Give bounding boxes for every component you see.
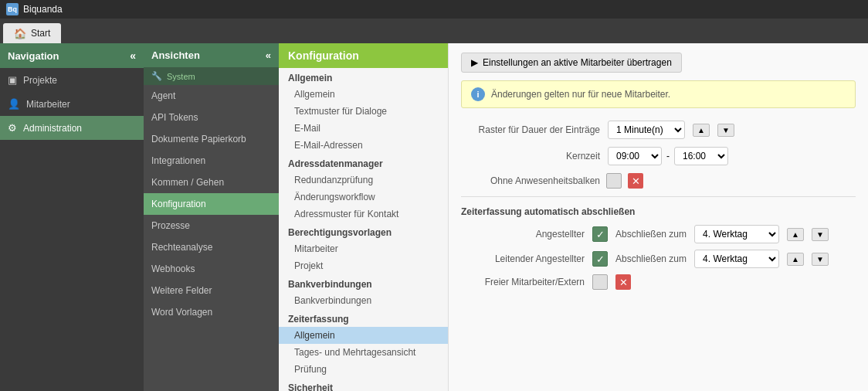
raster-spinner-up[interactable]: ▲: [693, 124, 710, 137]
views-collapse-icon[interactable]: «: [266, 49, 271, 61]
system-label: System: [167, 72, 195, 81]
angestellter-checkbox[interactable]: ✓: [592, 226, 608, 242]
freier-mitarbeiter-checkbox[interactable]: [592, 274, 608, 290]
view-item-word-vorlagen[interactable]: Word Vorlagen: [144, 301, 279, 323]
view-item-rechteanalyse[interactable]: Rechteanalyse: [144, 236, 279, 258]
kernzeit-von-select[interactable]: 09:00: [608, 147, 662, 165]
views-header: Ansichten «: [144, 43, 279, 67]
sidebar-item-administration[interactable]: ⚙ Administration: [0, 116, 144, 140]
config-item-adressmuster[interactable]: Adressmuster für Kontakt: [279, 206, 448, 223]
view-item-konfiguration[interactable]: Konfiguration: [144, 193, 279, 215]
config-item-textmuster[interactable]: Textmuster für Dialoge: [279, 103, 448, 120]
config-item-redundanzpruefung[interactable]: Redundanzprüfung: [279, 172, 448, 189]
kernzeit-label: Kernzeit: [461, 151, 600, 162]
config-group-zeiterfassung: Zeiterfassung: [279, 309, 448, 327]
config-item-mitarbeiter-berecht[interactable]: Mitarbeiter: [279, 240, 448, 257]
auto-close-section: Zeiterfassung automatisch abschließen An…: [461, 196, 856, 290]
main-layout: Navigation « ▣ Projekte 👤 Mitarbeiter ⚙ …: [0, 43, 868, 391]
mitarbeiter-icon: 👤: [8, 98, 20, 110]
views-header-label: Ansichten: [151, 49, 200, 61]
config-item-bankverbindungen[interactable]: Bankverbindungen: [279, 292, 448, 309]
raster-select[interactable]: 1 Minute(n): [608, 121, 685, 139]
view-item-prozesse[interactable]: Prozesse: [144, 215, 279, 236]
leitender-werktag-select[interactable]: 4. Werktag: [694, 250, 779, 268]
config-item-tages-mehrtagesansicht[interactable]: Tages- und Mehrtagesansicht: [279, 344, 448, 361]
config-group-allgemein: Allgemein: [279, 68, 448, 86]
api-tokens-label: API Tokens: [151, 112, 198, 123]
config-item-projekt[interactable]: Projekt: [279, 257, 448, 274]
config-item-allgemein[interactable]: Allgemein: [279, 86, 448, 103]
raster-spinner-down[interactable]: ▼: [717, 124, 734, 137]
dokumente-papierkorb-label: Dokumente Papierkorb: [151, 134, 246, 144]
raster-row: Raster für Dauer der Einträge 1 Minute(n…: [461, 121, 856, 139]
kommen-gehen-label: Kommen / Gehen: [151, 177, 224, 188]
integrationen-label: Integrationen: [151, 155, 205, 166]
system-icon: 🔧: [151, 71, 162, 81]
angestellter-werktag-select[interactable]: 4. Werktag: [694, 225, 779, 243]
nav-sidebar-header: Navigation «: [0, 43, 144, 68]
sidebar-item-mitarbeiter[interactable]: 👤 Mitarbeiter: [0, 92, 144, 116]
view-item-agent[interactable]: Agent: [144, 85, 279, 107]
konfiguration-header-label: Konfiguration: [288, 49, 359, 62]
angestellter-abschliessen-label: Abschließen zum: [615, 229, 687, 240]
view-item-integrationen[interactable]: Integrationen: [144, 150, 279, 172]
leitender-angestellter-label: Leitender Angestellter: [461, 253, 585, 264]
konfiguration-label: Konfiguration: [151, 199, 206, 209]
leitender-spinner-up[interactable]: ▲: [787, 253, 804, 266]
nav-header-label: Navigation: [8, 50, 59, 62]
freier-mitarbeiter-row: Freier Mitarbeiter/Extern ✕: [461, 274, 856, 290]
view-item-kommen-gehen[interactable]: Kommen / Gehen: [144, 172, 279, 193]
leitender-abschliessen-label: Abschließen zum: [615, 253, 687, 264]
word-vorlagen-label: Word Vorlagen: [151, 307, 212, 318]
nav-sidebar: Navigation « ▣ Projekte 👤 Mitarbeiter ⚙ …: [0, 43, 144, 391]
tab-start[interactable]: 🏠 Start: [3, 23, 61, 43]
ohne-anwesenheit-label: Ohne Anwesenheitsbalken: [461, 175, 600, 186]
ohne-anwesenheit-row: Ohne Anwesenheitsbalken ✕: [461, 173, 856, 189]
view-item-weitere-felder[interactable]: Weitere Felder: [144, 280, 279, 301]
ohne-anwesenheit-checkbox[interactable]: [606, 173, 622, 189]
kernzeit-bis-select[interactable]: 16:00: [674, 147, 728, 165]
time-separator: -: [666, 151, 670, 162]
titlebar: Bq Biquanda: [0, 0, 868, 19]
config-item-aenderungsworkflow[interactable]: Änderungsworkflow: [279, 189, 448, 206]
nav-collapse-icon[interactable]: «: [130, 49, 136, 62]
rechteanalyse-label: Rechteanalyse: [151, 242, 212, 253]
home-icon: 🏠: [14, 28, 26, 39]
webhooks-label: Webhooks: [151, 264, 195, 274]
view-item-api-tokens[interactable]: API Tokens: [144, 107, 279, 128]
raster-label: Raster für Dauer der Einträge: [461, 124, 600, 135]
config-list-header: Konfiguration: [279, 43, 448, 68]
config-list: Konfiguration Allgemein Allgemein Textmu…: [279, 43, 449, 391]
freier-mitarbeiter-label: Freier Mitarbeiter/Extern: [461, 277, 585, 287]
info-icon: i: [471, 87, 485, 101]
info-box: i Änderungen gelten nur für neue Mitarbe…: [461, 80, 856, 108]
angestellter-row: Angestellter ✓ Abschließen zum 4. Werkta…: [461, 225, 856, 243]
view-item-system[interactable]: 🔧 System: [144, 67, 279, 85]
leitender-angestellter-checkbox[interactable]: ✓: [592, 251, 608, 267]
config-item-zeiterfassung-allgemein[interactable]: Allgemein: [279, 327, 448, 344]
mitarbeiter-label: Mitarbeiter: [26, 99, 70, 110]
angestellter-spinner-down[interactable]: ▼: [812, 228, 829, 241]
ohne-anwesenheit-clear-button[interactable]: ✕: [628, 173, 643, 189]
config-item-email[interactable]: E-Mail: [279, 120, 448, 137]
angestellter-label: Angestellter: [461, 229, 585, 240]
view-item-webhooks[interactable]: Webhooks: [144, 258, 279, 280]
leitender-spinner-down[interactable]: ▼: [812, 253, 829, 266]
config-group-sicherheit: Sicherheit: [279, 378, 448, 391]
content-area: ▶ Einstellungen an aktive Mitarbeiter üb…: [449, 43, 868, 391]
app-title: Biquanda: [23, 4, 63, 15]
content-inner: ▶ Einstellungen an aktive Mitarbeiter üb…: [449, 43, 868, 305]
projekte-icon: ▣: [8, 74, 17, 86]
config-item-pruefung[interactable]: Prüfung: [279, 361, 448, 378]
view-item-dokumente-papierkorb[interactable]: Dokumente Papierkorb: [144, 128, 279, 150]
sidebar-item-projekte[interactable]: ▣ Projekte: [0, 68, 144, 92]
agent-label: Agent: [151, 90, 175, 101]
leitender-angestellter-row: Leitender Angestellter ✓ Abschließen zum…: [461, 250, 856, 268]
prozesse-label: Prozesse: [151, 220, 190, 231]
transfer-button[interactable]: ▶ Einstellungen an aktive Mitarbeiter üb…: [461, 53, 682, 73]
info-text: Änderungen gelten nur für neue Mitarbeit…: [491, 89, 670, 100]
freier-mitarbeiter-clear-button[interactable]: ✕: [615, 274, 631, 290]
angestellter-spinner-up[interactable]: ▲: [787, 228, 804, 241]
config-item-email-adressen[interactable]: E-Mail-Adressen: [279, 137, 448, 154]
config-group-bankverbindungen: Bankverbindungen: [279, 274, 448, 292]
